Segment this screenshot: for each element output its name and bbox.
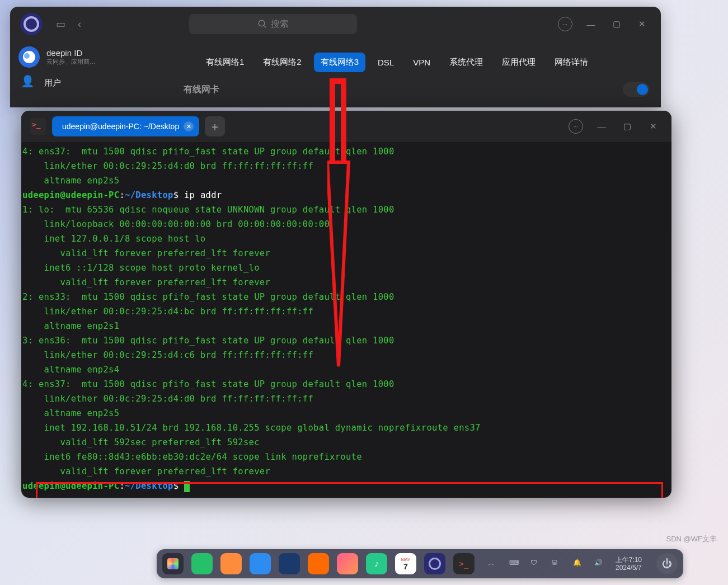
sidebar-toggle-icon[interactable]: ▭: [52, 16, 69, 32]
wired-card-label: 有线网卡: [184, 84, 219, 96]
dock-photos-icon[interactable]: [337, 553, 358, 574]
dock-terminal-icon[interactable]: >_: [453, 553, 475, 574]
tray-expand-icon[interactable]: ︿: [488, 559, 498, 569]
dock-settings-icon[interactable]: [424, 553, 445, 574]
tab-dsl[interactable]: DSL: [371, 53, 401, 72]
deepin-id-title: deepin ID: [46, 48, 96, 58]
terminal-window: udeepin@udeepin-PC: ~/Desktop ✕ ＋ ··· — …: [21, 111, 671, 498]
network-tabs: 有线网络1 有线网络2 有线网络3 DSL VPN 系统代理 应用代理 网络详情: [142, 47, 652, 78]
dock-tray: ︿ ⌨ 🛡 ⛁ 🔔 🔊 上午7:10 2024/5/7 ⏻: [488, 553, 678, 574]
settings-sidebar: deepin ID 云同步、应用商… 用户: [10, 41, 133, 107]
terminal-tab[interactable]: udeepin@udeepin-PC: ~/Desktop ✕: [52, 116, 199, 136]
minimize-button[interactable]: —: [578, 13, 604, 35]
sidebar-item-deepin-id[interactable]: deepin ID 云同步、应用商…: [16, 44, 128, 70]
dock-date-label: 2024/5/7: [616, 564, 642, 572]
dock-time-label: 上午7:10: [616, 556, 642, 564]
dock-browser-icon[interactable]: [279, 553, 300, 574]
wired-toggle[interactable]: [623, 82, 650, 97]
dock-apps: ♪ MAY7 >_: [162, 553, 475, 574]
dock-multitask-icon[interactable]: [191, 553, 213, 574]
terminal-titlebar: udeepin@udeepin-PC: ~/Desktop ✕ ＋ ··· — …: [21, 111, 671, 142]
settings-titlebar: ▭ ‹ 搜索 ··· — ▢ ✕: [10, 7, 661, 41]
dock-files-icon[interactable]: [250, 553, 271, 574]
tab-network-details[interactable]: 网络详情: [548, 53, 595, 72]
tab-wired-3[interactable]: 有线网络3: [314, 53, 365, 72]
back-icon[interactable]: ‹: [71, 16, 88, 32]
dock-calendar-icon[interactable]: MAY7: [395, 553, 416, 574]
terminal-maximize-button[interactable]: ▢: [614, 115, 640, 138]
svg-line-1: [264, 25, 266, 27]
sidebar-item-user[interactable]: 用户: [16, 70, 128, 96]
dock-grid-icon[interactable]: [220, 553, 242, 574]
window-controls: ··· — ▢ ✕: [558, 13, 655, 35]
close-button[interactable]: ✕: [630, 13, 655, 35]
terminal-window-controls: ··· — ▢ ✕: [569, 115, 666, 138]
deepin-id-sub: 云同步、应用商…: [46, 58, 96, 66]
search-icon: [257, 19, 267, 29]
tray-security-icon[interactable]: 🛡: [530, 559, 541, 569]
dock-launcher-icon[interactable]: [162, 553, 184, 574]
settings-window: ▭ ‹ 搜索 ··· — ▢ ✕ deepin ID 云同步、应用商… 用户: [10, 7, 661, 107]
svg-point-0: [259, 20, 265, 26]
settings-content: 有线网络1 有线网络2 有线网络3 DSL VPN 系统代理 应用代理 网络详情…: [133, 41, 661, 107]
search-input[interactable]: 搜索: [189, 14, 357, 34]
dock-music-icon[interactable]: ♪: [366, 553, 387, 574]
tray-keyboard-icon[interactable]: ⌨: [509, 559, 519, 569]
tab-vpn[interactable]: VPN: [406, 53, 437, 72]
tray-volume-icon[interactable]: 🔊: [594, 559, 604, 569]
sidebar-user-label: 用户: [44, 78, 61, 88]
terminal-body[interactable]: 4: ens37: mtu 1500 qdisc pfifo_fast stat…: [21, 142, 671, 498]
terminal-app-icon: [30, 118, 46, 135]
terminal-more-icon[interactable]: ···: [569, 119, 583, 134]
terminal-tab-title: udeepin@udeepin-PC: ~/Desktop: [62, 122, 179, 131]
terminal-new-tab-button[interactable]: ＋: [205, 116, 225, 136]
search-placeholder: 搜索: [271, 18, 289, 30]
tab-system-proxy[interactable]: 系统代理: [443, 53, 490, 72]
tab-app-proxy[interactable]: 应用代理: [495, 53, 542, 72]
settings-app-icon: [20, 13, 43, 35]
watermark: SDN @WF文丰: [666, 534, 717, 544]
deepin-id-icon: [18, 46, 40, 68]
more-menu-icon[interactable]: ···: [558, 17, 572, 31]
terminal-tab-close-icon[interactable]: ✕: [184, 121, 194, 131]
wired-card-row: 有线网卡: [142, 82, 652, 97]
maximize-button[interactable]: ▢: [604, 13, 630, 35]
dock-clock[interactable]: 上午7:10 2024/5/7: [616, 556, 642, 572]
tray-disk-icon[interactable]: ⛁: [552, 559, 562, 569]
tab-wired-2[interactable]: 有线网络2: [256, 53, 308, 72]
tray-notification-icon[interactable]: 🔔: [573, 559, 583, 569]
terminal-close-button[interactable]: ✕: [640, 115, 666, 138]
terminal-minimize-button[interactable]: —: [589, 115, 614, 138]
user-icon: [21, 74, 37, 91]
dock-store-icon[interactable]: [308, 553, 329, 574]
dock-power-button[interactable]: ⏻: [656, 553, 678, 574]
dock: ♪ MAY7 >_ ︿ ⌨ 🛡 ⛁ 🔔 🔊 上午7:10 2024/5/7 ⏻: [157, 549, 683, 578]
tab-wired-1[interactable]: 有线网络1: [199, 53, 251, 72]
